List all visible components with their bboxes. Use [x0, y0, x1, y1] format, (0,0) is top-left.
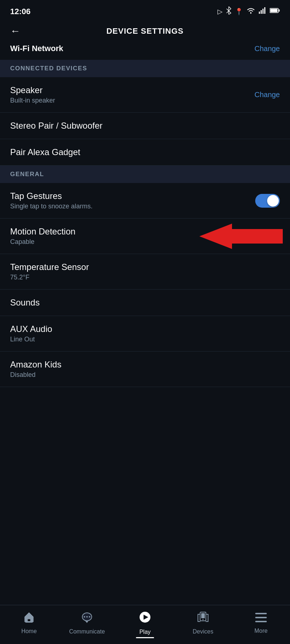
svg-rect-18 — [201, 613, 205, 618]
temperature-sensor-left: Temperature Sensor 75.2°F — [10, 262, 89, 281]
wifi-row[interactable]: Wi-Fi Network Change — [0, 41, 290, 60]
devices-label: Devices — [193, 628, 214, 635]
amazon-kids-left: Amazon Kids Disabled — [10, 360, 61, 379]
svg-rect-22 — [255, 621, 267, 622]
signal-icon — [259, 7, 266, 16]
svg-marker-10 — [84, 620, 89, 623]
tap-gestures-title: Tap Gestures — [10, 191, 92, 201]
play-label: Play — [139, 629, 150, 635]
svg-point-13 — [86, 616, 88, 618]
communicate-icon — [81, 611, 93, 626]
communicate-label: Communicate — [69, 628, 105, 635]
battery-icon — [270, 8, 280, 15]
svg-point-14 — [89, 616, 90, 618]
more-label: More — [254, 628, 268, 634]
temperature-sensor-subtitle: 75.2°F — [10, 274, 89, 281]
amazon-kids-subtitle: Disabled — [10, 371, 61, 379]
sounds-item[interactable]: Sounds — [0, 290, 290, 316]
tap-gestures-left: Tap Gestures Single tap to snooze alarms… — [10, 191, 92, 210]
speaker-change-button[interactable]: Change — [254, 91, 280, 99]
wifi-change-button[interactable]: Change — [254, 45, 280, 53]
nav-item-more[interactable]: More — [243, 612, 279, 634]
status-icons: ▷ 📍 — [218, 7, 280, 16]
tap-gestures-item[interactable]: Tap Gestures Single tap to snooze alarms… — [0, 183, 290, 219]
home-icon — [23, 612, 35, 625]
pair-alexa-item[interactable]: Pair Alexa Gadget — [0, 139, 290, 166]
motion-detection-item[interactable]: Motion Detection Capable — [0, 219, 290, 254]
speaker-subtitle: Built-in speaker — [10, 97, 55, 104]
motion-detection-subtitle: Capable — [10, 238, 75, 246]
section-header-general: GENERAL — [0, 166, 290, 183]
aux-audio-subtitle: Line Out — [10, 336, 52, 343]
nav-item-communicate[interactable]: Communicate — [69, 611, 105, 635]
nav-item-home[interactable]: Home — [11, 612, 47, 635]
status-bar: 12:06 ▷ 📍 — [0, 0, 290, 20]
wifi-icon — [246, 7, 255, 16]
speaker-item-left: Speaker Built-in speaker — [10, 85, 55, 104]
play-active-indicator — [136, 637, 154, 638]
svg-rect-3 — [264, 7, 265, 14]
svg-point-12 — [84, 616, 85, 618]
motion-detection-title: Motion Detection — [10, 227, 75, 237]
more-icon — [255, 612, 267, 625]
bluetooth-icon — [226, 7, 231, 16]
tap-gestures-toggle[interactable] — [255, 194, 280, 208]
speaker-title: Speaker — [10, 85, 55, 95]
svg-point-19 — [203, 619, 204, 620]
tap-gestures-subtitle: Single tap to snooze alarms. — [10, 203, 92, 210]
svg-rect-2 — [262, 9, 264, 14]
svg-rect-21 — [255, 617, 267, 618]
stereo-pair-left: Stereo Pair / Subwoofer — [10, 121, 103, 131]
svg-rect-0 — [259, 12, 260, 14]
home-label: Home — [21, 628, 37, 635]
speaker-item[interactable]: Speaker Built-in speaker Change — [0, 77, 290, 113]
sounds-title: Sounds — [10, 298, 40, 308]
nav-item-play[interactable]: Play — [127, 611, 163, 635]
page-header: ← DEVICE SETTINGS — [0, 20, 290, 41]
stereo-pair-item[interactable]: Stereo Pair / Subwoofer — [0, 113, 290, 139]
cast-icon: ▷ — [218, 8, 223, 16]
red-arrow-annotation — [199, 224, 283, 249]
aux-audio-title: AUX Audio — [10, 324, 52, 334]
nav-item-devices[interactable]: Devices — [185, 611, 221, 635]
temperature-sensor-item[interactable]: Temperature Sensor 75.2°F — [0, 254, 290, 290]
bottom-navigation: Home Communicate Play — [0, 605, 290, 644]
wifi-label: Wi-Fi Network — [10, 44, 63, 53]
stereo-pair-title: Stereo Pair / Subwoofer — [10, 121, 103, 131]
svg-rect-1 — [261, 10, 262, 14]
status-time: 12:06 — [10, 7, 30, 16]
location-icon: 📍 — [235, 8, 243, 16]
svg-rect-20 — [255, 613, 267, 614]
svg-rect-5 — [270, 9, 278, 12]
section-header-connected-devices: CONNECTED DEVICES — [0, 60, 290, 77]
motion-detection-left: Motion Detection Capable — [10, 227, 75, 246]
amazon-kids-title: Amazon Kids — [10, 360, 61, 370]
temperature-sensor-title: Temperature Sensor — [10, 262, 89, 272]
sounds-left: Sounds — [10, 298, 40, 308]
back-button[interactable]: ← — [10, 25, 20, 37]
play-icon — [139, 611, 151, 626]
toggle-knob — [267, 195, 279, 207]
devices-icon — [197, 611, 209, 626]
page-title: DEVICE SETTINGS — [106, 26, 183, 36]
pair-alexa-title: Pair Alexa Gadget — [10, 147, 80, 157]
svg-rect-6 — [279, 9, 280, 12]
pair-alexa-left: Pair Alexa Gadget — [10, 147, 80, 157]
svg-marker-7 — [199, 224, 283, 249]
aux-audio-item[interactable]: AUX Audio Line Out — [0, 316, 290, 352]
amazon-kids-item[interactable]: Amazon Kids Disabled — [0, 352, 290, 387]
aux-audio-left: AUX Audio Line Out — [10, 324, 52, 343]
svg-rect-8 — [25, 621, 33, 623]
